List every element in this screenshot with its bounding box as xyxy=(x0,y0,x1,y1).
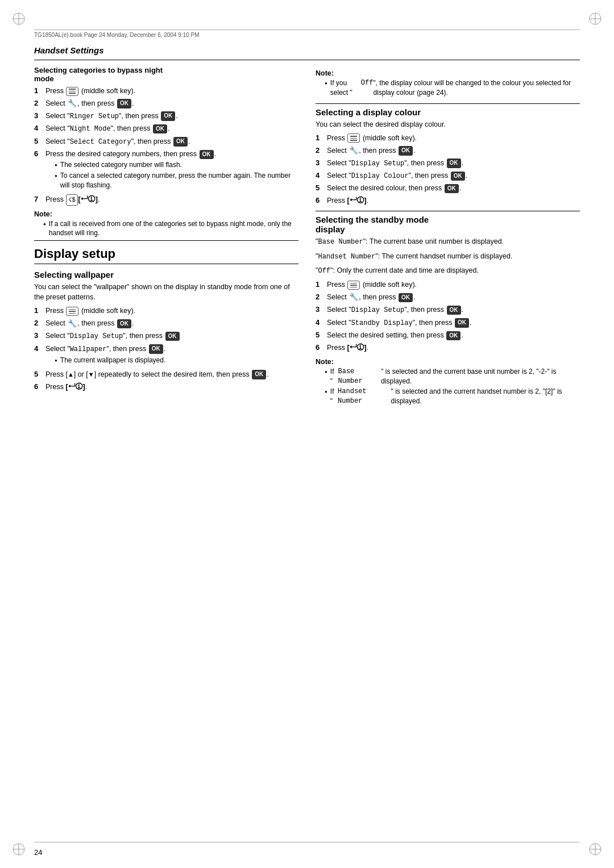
wrench-icon-sd2: 🔧 xyxy=(349,292,358,303)
standby-display-section: Selecting the standby modedisplay "Base … xyxy=(316,215,580,406)
sd-step-2: 2 Select 🔧, then press OK. xyxy=(316,292,580,303)
two-col-layout: Selecting categories to bypass nightmode… xyxy=(34,66,580,834)
dc-step-3: 3 Select "Display Setup", then press OK. xyxy=(316,158,580,169)
corner-mark-tr xyxy=(587,10,604,27)
ok-badge: OK xyxy=(252,370,266,379)
page-number: 24 xyxy=(34,848,42,857)
page-container: TG1850AL(e).book Page 24 Monday, Decembe… xyxy=(0,0,614,868)
step-5: 5 Select "Select Category", then press O… xyxy=(34,136,298,147)
main-content: Handset Settings Selecting categories to… xyxy=(34,45,580,834)
step-6: 6 Press the desired category numbers, th… xyxy=(34,149,298,193)
wp-step-6: 6 Press [⮠ⓘ]. xyxy=(34,382,298,393)
wallpaper-heading: Selecting wallpaper xyxy=(34,270,298,279)
note-bullet-sd1: If "Base Number" is selected and the cur… xyxy=(325,367,580,386)
note-bullets-dc: If you select "Off", the display colour … xyxy=(325,78,580,98)
corner-mark-bl xyxy=(10,841,27,858)
wp-step-4: 4 Select "Wallpaper", then press OK. The… xyxy=(34,344,298,368)
right-column: Note: If you select "Off", the display c… xyxy=(316,66,580,834)
sd-step-4: 4 Select "Standby Display", then press O… xyxy=(316,318,580,328)
bottom-line xyxy=(34,842,580,842)
wp-step-1: 1 Press (middle soft key). xyxy=(34,306,298,316)
dc-step-6: 6 Press [⮠ⓘ]. xyxy=(316,195,580,206)
ok-badge: OK xyxy=(399,293,413,303)
wp-step-5: 5 Press [▲] or [▼] repeatedly to select … xyxy=(34,369,298,380)
sd-step-6: 6 Press [⮠ⓘ]. xyxy=(316,343,580,353)
menu-icon xyxy=(66,87,78,96)
display-colour-steps: 1 Press (middle soft key). 2 Select 🔧, t… xyxy=(316,133,580,206)
note-bullet-dc: If you select "Off", the display colour … xyxy=(325,78,580,98)
standby-off: "Off": Only the current date and time ar… xyxy=(316,265,580,276)
wp-step-2: 2 Select 🔧, then press OK. xyxy=(34,318,298,329)
wallpaper-steps: 1 Press (middle soft key). 2 Select 🔧, t… xyxy=(34,306,298,392)
sd-step-1: 1 Press (middle soft key). xyxy=(316,279,580,290)
menu-icon-sd1 xyxy=(347,281,360,290)
wrench-icon: 🔧 xyxy=(68,98,77,109)
wallpaper-intro: You can select the "wallpaper" shown on … xyxy=(34,282,298,302)
ok-badge: OK xyxy=(117,319,131,329)
ok-badge: OK xyxy=(447,158,461,168)
header-text: TG1850AL(e).book Page 24 Monday, Decembe… xyxy=(34,32,200,38)
standby-base-number: "Base Number": The current base unit num… xyxy=(316,236,580,247)
ok-badge: OK xyxy=(447,306,461,315)
arrow-down-icon: ▼ xyxy=(88,370,94,379)
note-label-sd: Note: xyxy=(316,358,580,366)
dc-step-5: 5 Select the desired colour, then press … xyxy=(316,183,580,194)
wrench-icon-wp2: 🔧 xyxy=(68,319,77,329)
sd-step-3: 3 Select "Display Setup", then press OK. xyxy=(316,304,580,315)
left-column: Selecting categories to bypass nightmode… xyxy=(34,66,298,834)
step-4: 4 Select "Night Mode", then press OK. xyxy=(34,123,298,134)
note-display-colour: Note: If you select "Off", the display c… xyxy=(316,69,580,98)
menu-icon-wp1 xyxy=(66,307,78,316)
arrow-up-icon: ▲ xyxy=(68,370,74,379)
dc-step-1: 1 Press (middle soft key). xyxy=(316,133,580,144)
display-setup-heading: Display setup xyxy=(34,247,298,261)
display-colour-heading: Selecting a display colour xyxy=(316,107,580,117)
step6-bullets: The selected category number will flash.… xyxy=(55,160,298,190)
corner-mark-br xyxy=(587,841,604,858)
ok-badge: OK xyxy=(399,146,413,156)
step-1: 1 Press (middle soft key). xyxy=(34,86,298,97)
ok-badge: OK xyxy=(455,318,469,328)
display-colour-section: Selecting a display colour You can selec… xyxy=(316,107,580,207)
ok-badge: OK xyxy=(153,124,167,134)
display-setup-divider xyxy=(34,240,298,241)
bullet-flash: The selected category number will flash. xyxy=(55,160,298,170)
display-setup-divider2 xyxy=(34,264,298,264)
dc-step-2: 2 Select 🔧, then press OK. xyxy=(316,145,580,156)
note-bullets-sd: If "Base Number" is selected and the cur… xyxy=(325,367,580,406)
standby-handset-number: "Handset Number": The current handset nu… xyxy=(316,251,580,262)
ok-badge: OK xyxy=(165,332,180,341)
bullet-cancel: To cancel a selected category number, pr… xyxy=(55,171,298,190)
note-bullet-sd2: If "Handset Number" is selected and the … xyxy=(325,387,580,406)
ok-badge: OK xyxy=(149,344,163,354)
step-7: 7 Press ☇$[⮠ⓘ]. xyxy=(34,194,298,206)
wrench-icon-dc2: 🔧 xyxy=(349,145,358,156)
note-label-1: Note: xyxy=(34,210,298,218)
ok-badge: OK xyxy=(173,137,188,147)
wp-step4-bullets: The current wallpaper is displayed. xyxy=(55,356,298,365)
standby-display-steps: 1 Press (middle soft key). 2 Select 🔧, t… xyxy=(316,279,580,353)
menu-icon-dc1 xyxy=(347,133,360,143)
ok-badge: OK xyxy=(445,184,459,194)
handset-settings-divider xyxy=(34,60,580,60)
display-colour-intro: You can select the desired display colou… xyxy=(316,119,580,130)
bypass-night-mode-section: Selecting categories to bypass nightmode… xyxy=(34,66,298,238)
note-label-dc: Note: xyxy=(316,69,580,77)
note-bullet-1: If a call is received from one of the ca… xyxy=(43,219,298,239)
display-colour-divider xyxy=(316,103,580,104)
ok-badge: OK xyxy=(446,331,460,341)
step-2: 2 Select 🔧, then press OK. xyxy=(34,98,298,109)
note-bullets-1: If a call is received from one of the ca… xyxy=(43,219,298,239)
handset-settings-title: Handset Settings xyxy=(34,45,580,55)
standby-display-heading: Selecting the standby modedisplay xyxy=(316,215,580,234)
bypass-night-mode-heading: Selecting categories to bypass nightmode xyxy=(34,66,298,83)
ok-badge: OK xyxy=(200,150,214,160)
ok-badge: OK xyxy=(117,99,131,108)
dc-step-4: 4 Select "Display Colour", then press OK… xyxy=(316,170,580,181)
wp-step-3: 3 Select "Display Setup", then press OK xyxy=(34,331,298,341)
wallpaper-section: Selecting wallpaper You can select the "… xyxy=(34,270,298,392)
ok-badge: OK xyxy=(161,111,175,121)
wp-bullet-current: The current wallpaper is displayed. xyxy=(55,356,298,365)
ok-badge: OK xyxy=(451,172,465,181)
phone-end-icon: ☇$ xyxy=(66,194,77,206)
